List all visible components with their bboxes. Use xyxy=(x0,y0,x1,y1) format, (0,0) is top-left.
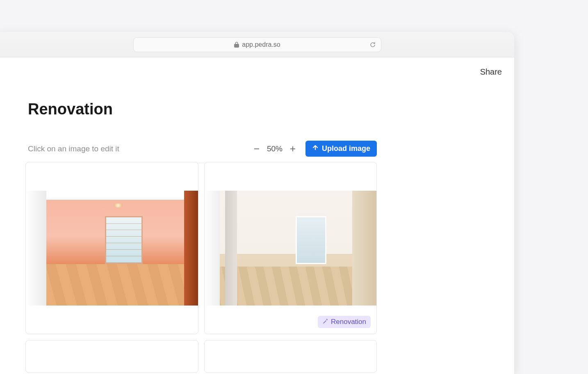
lock-icon xyxy=(234,42,239,48)
toolbar-right: 50% Upload image xyxy=(251,141,377,157)
zoom-controls: 50% xyxy=(251,144,298,154)
image-card[interactable] xyxy=(25,162,198,334)
share-link[interactable]: Share xyxy=(480,67,502,77)
zoom-in-button[interactable] xyxy=(287,144,298,154)
room-before-image xyxy=(26,191,198,306)
room-after-image xyxy=(205,191,377,306)
page-title: Renovation xyxy=(28,100,113,118)
image-card[interactable] xyxy=(25,340,198,373)
toolbar: Click on an image to edit it 50% Upload … xyxy=(28,141,377,163)
image-card[interactable]: Renovation xyxy=(204,162,377,334)
renovation-badge: Renovation xyxy=(318,316,371,328)
image-card[interactable] xyxy=(204,340,377,373)
app-content: Share Renovation Click on an image to ed… xyxy=(0,57,514,374)
image-grid: Renovation xyxy=(25,162,377,373)
browser-chrome: app.pedra.so xyxy=(0,32,514,57)
zoom-out-button[interactable] xyxy=(251,144,262,154)
address-bar[interactable]: app.pedra.so xyxy=(133,37,381,52)
upload-image-button[interactable]: Upload image xyxy=(305,141,377,157)
url-text: app.pedra.so xyxy=(242,41,280,48)
reload-icon[interactable] xyxy=(369,41,376,48)
browser-window: app.pedra.so Share Renovation Click on a… xyxy=(0,32,514,374)
hint-text: Click on an image to edit it xyxy=(28,144,119,153)
upload-label: Upload image xyxy=(322,144,370,153)
zoom-level: 50% xyxy=(267,144,283,153)
badge-label: Renovation xyxy=(331,318,366,326)
upload-icon xyxy=(312,144,319,153)
magic-wand-icon xyxy=(322,318,328,326)
